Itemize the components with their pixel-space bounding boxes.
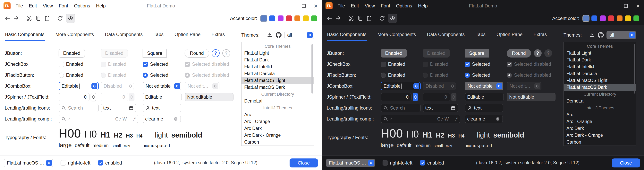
- menu-help[interactable]: Help: [93, 0, 108, 12]
- themes-list[interactable]: Core Themes FlatLaf Light FlatLaf Dark F…: [241, 42, 314, 146]
- theme-list-item[interactable]: FlatLaf IntelliJ: [242, 63, 314, 70]
- accent-swatch[interactable]: [583, 16, 589, 21]
- combo-arrows-icon[interactable]: [92, 83, 97, 89]
- menu-options[interactable]: Options: [393, 0, 415, 12]
- accent-swatch[interactable]: [608, 16, 614, 21]
- theme-list-item[interactable]: Cobalt 2: [242, 145, 314, 146]
- accent-swatch[interactable]: [269, 16, 275, 21]
- theme-list-item[interactable]: Arc: [564, 111, 636, 118]
- back-button[interactable]: [325, 14, 334, 23]
- combobox-not-editable[interactable]: Not editable: [143, 82, 181, 90]
- chevron-down-icon[interactable]: [390, 117, 392, 120]
- date-field[interactable]: text: [100, 104, 136, 112]
- menu-view[interactable]: View: [362, 0, 378, 12]
- menu-font[interactable]: Font: [378, 0, 393, 12]
- theme-list-item[interactable]: Arc Dark: [564, 125, 636, 132]
- theme-list-item[interactable]: Carbon: [242, 139, 314, 145]
- paste-button[interactable]: [364, 14, 374, 23]
- regex-toggle[interactable]: .*: [455, 116, 458, 122]
- spinner[interactable]: 0: [58, 93, 96, 101]
- whole-words-toggle[interactable]: W: [122, 116, 127, 122]
- clear-icon[interactable]: [173, 116, 178, 121]
- download-theme-button[interactable]: [267, 32, 272, 38]
- theme-list-item[interactable]: Arc Dark: [242, 125, 314, 132]
- enabled-checkbox[interactable]: enabled: [420, 160, 444, 166]
- cut-button[interactable]: [346, 14, 356, 23]
- close-window-button[interactable]: ×: [310, 0, 322, 12]
- accent-swatch[interactable]: [600, 16, 606, 21]
- accent-swatch[interactable]: [303, 16, 309, 21]
- regex-toggle[interactable]: .*: [133, 116, 136, 122]
- clearable-field[interactable]: clear me: [465, 115, 503, 123]
- user-field[interactable]: text: [465, 104, 503, 112]
- editable-textfield[interactable]: Editable: [143, 93, 182, 101]
- combo-arrows-icon[interactable]: [414, 83, 419, 89]
- spinner-value[interactable]: 0: [380, 93, 412, 101]
- theme-list-item[interactable]: FlatLaf Dark: [564, 57, 636, 63]
- tab-basic-components[interactable]: Basic Components: [327, 32, 367, 41]
- help-button[interactable]: ?: [212, 49, 220, 57]
- tab-more-components[interactable]: More Components: [377, 32, 416, 41]
- accent-swatch[interactable]: [592, 16, 597, 21]
- enabled-button[interactable]: Enabled: [58, 49, 85, 58]
- theme-list-item[interactable]: FlatLaf Light: [242, 50, 314, 57]
- accent-swatch[interactable]: [286, 16, 292, 21]
- accent-swatch[interactable]: [634, 16, 639, 21]
- themes-list[interactable]: Core Themes FlatLaf Light FlatLaf Dark F…: [564, 42, 636, 146]
- whole-words-toggle[interactable]: W: [444, 116, 449, 122]
- minimize-button[interactable]: [608, 0, 620, 12]
- combobox-not-editable[interactable]: Not editable: [465, 82, 503, 90]
- theme-list-item[interactable]: FlatLaf IntelliJ: [564, 63, 636, 70]
- tab-extras[interactable]: Extras: [533, 32, 547, 41]
- tab-tabs[interactable]: Tabs: [475, 32, 486, 41]
- copy-button[interactable]: [34, 14, 42, 23]
- accent-swatch[interactable]: [261, 16, 267, 21]
- eye-toggle-button[interactable]: [66, 14, 75, 23]
- accent-swatch[interactable]: [617, 16, 622, 21]
- round-button[interactable]: Round: [507, 49, 531, 58]
- themes-filter-combo[interactable]: all: [284, 31, 314, 39]
- theme-list-item[interactable]: FlatLaf macOS Dark: [564, 84, 636, 91]
- radio-selected[interactable]: Selected: [465, 72, 490, 78]
- close-button[interactable]: Close: [290, 158, 318, 167]
- match-case-toggle[interactable]: Cc: [115, 116, 121, 122]
- statusbar-theme-combo[interactable]: FlatLaf macOS Li...: [4, 159, 53, 167]
- user-field[interactable]: text: [143, 104, 181, 112]
- back-button[interactable]: [3, 14, 12, 23]
- right-to-left-checkbox[interactable]: right-to-left: [60, 160, 90, 166]
- square-button[interactable]: Square: [143, 49, 167, 58]
- cut-button[interactable]: [24, 14, 34, 23]
- calendar-icon[interactable]: [128, 105, 134, 110]
- list-icon[interactable]: [496, 105, 501, 110]
- theme-list-item[interactable]: Arc - Orange: [242, 118, 314, 125]
- scrollbar-thumb[interactable]: [312, 44, 313, 93]
- radio-enabled[interactable]: Enabled: [380, 72, 405, 78]
- spinner-stepper[interactable]: [413, 93, 418, 101]
- menu-file[interactable]: File: [12, 0, 26, 12]
- theme-list-item[interactable]: DemoLaf: [242, 98, 314, 104]
- menu-view[interactable]: View: [40, 0, 56, 12]
- statusbar-theme-combo[interactable]: FlatLaf macOS D...: [326, 159, 375, 167]
- tab-tabs[interactable]: Tabs: [153, 32, 164, 41]
- tab-option-pane[interactable]: Option Pane: [174, 32, 201, 41]
- tab-extras[interactable]: Extras: [211, 32, 225, 41]
- checkbox-enabled[interactable]: Enabled: [58, 61, 83, 67]
- enabled-checkbox[interactable]: enabled: [98, 160, 122, 166]
- minimize-button[interactable]: [286, 0, 298, 12]
- copy-button[interactable]: [356, 14, 364, 23]
- download-theme-button[interactable]: [589, 32, 595, 38]
- radio-enabled[interactable]: Enabled: [58, 72, 83, 78]
- right-to-left-checkbox[interactable]: right-to-left: [382, 160, 412, 166]
- accent-swatch[interactable]: [625, 16, 631, 21]
- menu-edit[interactable]: Edit: [348, 0, 362, 12]
- search-with-options-field[interactable]: Cc W .*: [380, 115, 460, 123]
- accent-swatch[interactable]: [311, 16, 317, 21]
- theme-list-item[interactable]: FlatLaf Darcula: [564, 70, 636, 77]
- radio-selected[interactable]: Selected: [143, 72, 168, 78]
- combobox-editable[interactable]: Editable: [58, 82, 99, 90]
- close-button[interactable]: Close: [612, 158, 640, 167]
- tab-more-components[interactable]: More Components: [55, 32, 94, 41]
- forward-button[interactable]: [12, 14, 21, 23]
- round-button[interactable]: Round: [185, 49, 209, 58]
- menu-edit[interactable]: Edit: [26, 0, 40, 12]
